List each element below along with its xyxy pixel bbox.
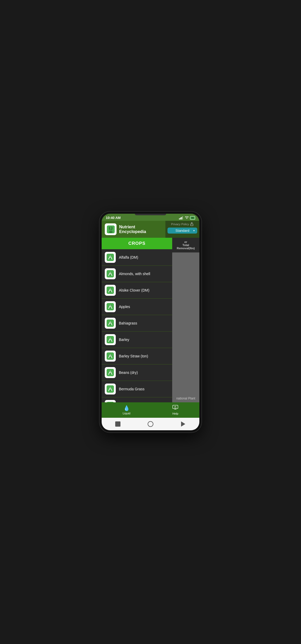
crop-icon (105, 351, 116, 362)
crop-icon (105, 301, 116, 312)
recent-apps-button[interactable] (114, 420, 121, 428)
phone-frame: 10:40 AM 90 (100, 212, 201, 432)
crop-icon (105, 384, 116, 394)
crop-item-birdsfoot[interactable]: Birdsfoot Trefoil (DM) (102, 397, 172, 402)
crop-item-alsike-clover[interactable]: Alsike Clover (DM) (102, 282, 172, 299)
crop-item-almonds[interactable]: Almonds, with shell (102, 266, 172, 282)
svg-rect-2 (181, 217, 182, 219)
plant-leaf-icon (107, 352, 114, 360)
standard-dropdown[interactable]: Standard (167, 228, 197, 234)
svg-rect-3 (182, 216, 183, 219)
wifi-icon (185, 216, 189, 219)
right-content: national Plant (172, 253, 199, 402)
table-col2: Total Removal(lbs) (174, 243, 198, 250)
crop-item-apples[interactable]: Apples (102, 299, 172, 315)
plant-leaf-icon (107, 385, 114, 393)
status-icons: 90 (179, 216, 195, 220)
crop-icon (105, 252, 116, 263)
crop-icon (105, 334, 116, 345)
plant-icon (107, 225, 115, 233)
phone-screen: 10:40 AM 90 (102, 214, 199, 430)
crop-name: Alfalfa (DM) (119, 255, 138, 259)
monitor-icon (172, 405, 178, 410)
crops-list[interactable]: Alfalfa (DM) Almond (102, 249, 172, 402)
crop-name: Almonds, with shell (119, 272, 150, 276)
help-icon (172, 405, 178, 411)
app-logo (105, 223, 117, 235)
liquid-icon: 💧 (123, 405, 130, 411)
bottom-tabs: 💧 Liquid Help (102, 402, 199, 418)
crop-name: Bahiagrass (119, 321, 137, 325)
tab-help[interactable]: Help (168, 404, 183, 416)
crop-name: Beans (dry) (119, 370, 138, 375)
svg-point-5 (109, 231, 113, 233)
back-icon (181, 421, 185, 427)
crop-item-barley[interactable]: Barley (102, 332, 172, 348)
crop-name: Bermuda Grass (119, 387, 144, 391)
header-row: Nutrient Encyclopedia Privacy Policy S (102, 221, 199, 238)
help-label: Help (172, 412, 178, 415)
phone-notch (135, 214, 166, 215)
svg-rect-1 (180, 218, 181, 219)
tab-liquid[interactable]: 💧 Liquid (119, 404, 135, 416)
crop-name: Barley (119, 338, 129, 342)
battery-icon: 90 (190, 216, 195, 220)
header-left: Nutrient Encyclopedia (102, 221, 165, 238)
plant-leaf-icon (107, 320, 114, 327)
nav-bar (102, 418, 199, 430)
crop-item-barley-straw[interactable]: Barley Straw (ton) (102, 348, 172, 364)
signal-icon (179, 216, 184, 219)
share-icon (190, 222, 194, 226)
crop-item-bermuda-grass[interactable]: Bermuda Grass (102, 381, 172, 397)
table-header: er Total Removal(lbs) (172, 238, 199, 253)
privacy-policy-button[interactable]: Privacy Policy (171, 222, 194, 226)
crop-icon (105, 367, 116, 378)
plant-leaf-icon (107, 303, 114, 310)
plant-leaf-icon (107, 270, 114, 277)
crops-panel: CROPS Alfalfa (DM) (102, 238, 172, 402)
crop-name: Apples (119, 305, 130, 309)
plant-leaf-icon (107, 336, 114, 343)
liquid-label: Liquid (123, 412, 130, 415)
status-time: 10:40 AM (106, 216, 121, 220)
crop-name: Alsike Clover (DM) (119, 288, 149, 292)
recent-apps-icon (115, 421, 120, 427)
crop-icon (105, 285, 116, 296)
standard-dropdown-wrapper: Standard (167, 228, 197, 234)
back-button[interactable] (180, 420, 187, 428)
content-row: CROPS Alfalfa (DM) (102, 238, 199, 402)
crop-icon (105, 400, 116, 402)
crop-item-bahiagrass[interactable]: Bahiagrass (102, 315, 172, 332)
app-container: Nutrient Encyclopedia Privacy Policy S (102, 221, 199, 430)
plant-leaf-icon (107, 287, 114, 294)
intl-plant-text: national Plant (172, 394, 199, 402)
right-panel: er Total Removal(lbs) national Plant (172, 238, 199, 402)
crop-item-alfalfa[interactable]: Alfalfa (DM) (102, 249, 172, 266)
app-title: Nutrient Encyclopedia (119, 225, 162, 234)
crop-item-beans[interactable]: Beans (dry) (102, 364, 172, 381)
header-right: Privacy Policy Standard (165, 221, 199, 238)
crops-header: CROPS (102, 238, 172, 249)
home-icon (148, 421, 153, 427)
home-button[interactable] (147, 420, 154, 428)
svg-rect-0 (179, 218, 180, 219)
crop-icon (105, 318, 116, 329)
crop-icon (105, 268, 116, 279)
plant-leaf-icon (107, 369, 114, 376)
crop-name: Barley Straw (ton) (119, 354, 148, 358)
plant-leaf-icon (107, 254, 114, 261)
table-col1: er (174, 240, 198, 243)
